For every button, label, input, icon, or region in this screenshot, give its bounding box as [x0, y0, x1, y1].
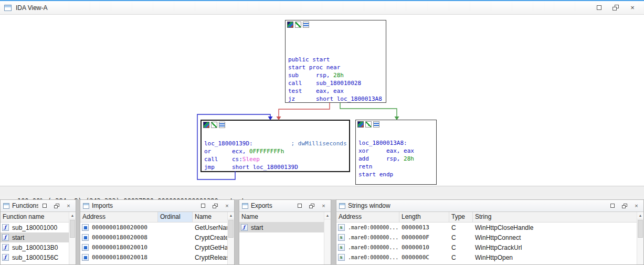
asm-token: jz short loc_1800013A8 [288, 96, 382, 102]
restore-icon [43, 204, 47, 208]
restore-icon [597, 5, 601, 10]
table-row[interactable]: s.mare0:000000...0000000CCWinHttpOpen [336, 252, 637, 262]
basic-block-entry[interactable]: public startstart proc nearsub rsp, 28hc… [285, 20, 386, 103]
column-header-string[interactable]: String [473, 212, 637, 222]
scroll-thumb[interactable] [70, 220, 75, 238]
table-row[interactable]: ƒstart [1, 232, 69, 242]
strings-panel-titlebar[interactable]: Strings window × [336, 200, 643, 212]
basic-block-loop[interactable]: loc_18000139D: ; dwMillisecondsor ecx, 0… [200, 120, 350, 172]
close-button[interactable]: × [628, 4, 637, 12]
window-controls: × [595, 4, 640, 12]
table-row[interactable]: 0000000180020008CryptCreateH [80, 232, 227, 242]
close-button[interactable]: × [320, 203, 327, 209]
scroll-up-button[interactable]: ▲ [324, 212, 331, 219]
table-row[interactable]: 0000000180020010CryptGetHas [80, 242, 227, 252]
table-row[interactable]: ƒsub_1800013B0 [1, 242, 69, 252]
asm-line[interactable]: loc_1800013A8: [358, 139, 435, 147]
table-row[interactable]: 0000000180020018CryptRelease [80, 252, 227, 262]
asm-line[interactable]: start proc near [288, 63, 384, 71]
maximize-button[interactable] [212, 203, 218, 209]
status-bar: 100.00% (-384,-8) (243,323) 00037B90 000… [0, 186, 644, 196]
table-row[interactable]: ƒstart [239, 222, 324, 232]
scroll-up-button[interactable]: ▲ [69, 212, 76, 219]
string-type: C [449, 254, 473, 261]
restore-button[interactable] [296, 203, 303, 209]
maximize-button[interactable] [53, 203, 60, 209]
scroll-up-button[interactable]: ▲ [228, 212, 234, 219]
asm-line[interactable]: public start [288, 56, 384, 63]
maximize-button[interactable] [308, 203, 315, 209]
column-header-ordinal[interactable]: Ordinal [158, 212, 193, 222]
asm-token: start proc near [288, 64, 340, 71]
node-color-icon[interactable] [357, 121, 364, 128]
vertical-scrollbar[interactable]: ▲ [69, 212, 76, 264]
edit-node-icon[interactable] [211, 122, 217, 128]
import-name: GetUserNam [193, 224, 227, 231]
asm-line[interactable]: sub rsp, 28h [288, 71, 384, 79]
close-button[interactable]: × [224, 203, 230, 209]
restore-button[interactable] [199, 203, 206, 209]
table-row[interactable]: s.mare0:000000...00000013CWinHttpCloseHa… [336, 222, 637, 232]
string-length: 0000000F [399, 234, 449, 241]
maximize-button[interactable] [611, 4, 620, 12]
asm-token: xor eax, eax [358, 147, 414, 154]
import-address: 0000000180020000 [90, 224, 158, 231]
window-titlebar[interactable]: IDA View-A × [0, 1, 644, 15]
group-node-icon[interactable] [303, 22, 309, 28]
import-name: CryptGetHas [193, 244, 227, 251]
column-header-function-name[interactable]: Function name [1, 212, 69, 222]
scroll-thumb[interactable] [228, 220, 234, 238]
asm-line[interactable]: jz short loc_1800013A8 [288, 95, 384, 103]
table-row[interactable]: s.mare0:000000...00000010CWinHttpCrackUr… [336, 242, 637, 252]
icon-cell [80, 254, 90, 261]
string-address: .mare0:000000... [346, 225, 399, 230]
node-color-icon[interactable] [203, 122, 209, 128]
edit-node-icon[interactable] [365, 121, 372, 128]
column-header-address[interactable]: Address [336, 212, 399, 222]
function-icon: ƒ [2, 234, 9, 241]
restore-button[interactable] [609, 203, 616, 209]
group-node-icon[interactable] [219, 122, 225, 128]
column-header-name[interactable]: Name [193, 212, 227, 222]
maximize-icon [213, 204, 218, 208]
asm-line[interactable]: call cs:Sleep [204, 155, 347, 163]
asm-line[interactable]: jmp short loc_18000139D [204, 163, 347, 171]
function-name: sub_18000156C [10, 254, 69, 261]
string-icon: s [338, 244, 345, 251]
table-row[interactable]: ƒsub_180001000 [1, 222, 69, 232]
maximize-button[interactable] [621, 203, 628, 209]
imports-panel-titlebar[interactable]: Imports × [80, 200, 234, 212]
table-row[interactable]: s.mare0:000000...0000000FCWinHttpConnect [336, 232, 637, 242]
close-button[interactable]: × [633, 203, 640, 209]
basic-block-exit[interactable]: loc_1800013A8:xor eax, eaxadd rsp, 28hre… [355, 120, 437, 185]
asm-line[interactable]: retn [358, 163, 435, 171]
functions-panel-titlebar[interactable]: Functions × [1, 200, 76, 212]
asm-line[interactable]: or ecx, 0FFFFFFFFh [204, 147, 347, 155]
scroll-thumb[interactable] [638, 220, 643, 238]
restore-button[interactable] [595, 4, 603, 12]
table-row[interactable]: ƒsub_18000156C [1, 252, 69, 262]
column-header-address[interactable]: Address [80, 212, 158, 222]
group-node-icon[interactable] [373, 121, 379, 128]
edit-node-icon[interactable] [295, 22, 301, 28]
asm-line[interactable]: start endp [358, 171, 435, 178]
vertical-scrollbar[interactable]: ▲ [324, 212, 331, 264]
asm-line[interactable]: test eax, eax [288, 87, 384, 95]
graph-view[interactable]: public startstart proc nearsub rsp, 28hc… [0, 15, 644, 186]
column-header-type[interactable]: Type [449, 212, 473, 222]
asm-line[interactable]: add rsp, 28h [358, 155, 435, 163]
function-icon: ƒ [2, 244, 9, 251]
exports-panel-titlebar[interactable]: Exports × [239, 200, 331, 212]
asm-line[interactable]: xor eax, eax [358, 147, 435, 155]
scroll-up-button[interactable]: ▲ [637, 212, 643, 219]
close-button[interactable]: × [65, 203, 72, 209]
vertical-scrollbar[interactable]: ▲ [637, 212, 643, 264]
node-color-icon[interactable] [287, 22, 293, 28]
asm-line[interactable]: loc_18000139D: ; dwMilliseconds [204, 140, 347, 147]
table-row[interactable]: 0000000180020000GetUserNam [80, 222, 227, 232]
column-header-length[interactable]: Length [399, 212, 449, 222]
asm-line[interactable]: call sub_180010028 [288, 79, 384, 87]
restore-button[interactable] [41, 203, 48, 209]
vertical-scrollbar[interactable]: ▲ [227, 212, 234, 264]
column-header-name[interactable]: Name [239, 212, 324, 222]
